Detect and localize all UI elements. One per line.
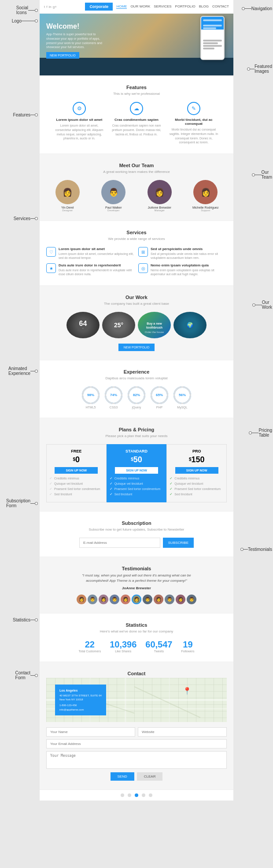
nav-link-portfolio[interactable]: PORTFOLIO — [175, 4, 196, 9]
contact-website-input[interactable] — [138, 727, 227, 737]
subscription-email-input[interactable] — [79, 538, 160, 548]
team-grid: 👩 Yin Derel Designer 👨 Paul Walker Devel… — [46, 180, 227, 212]
service-text-4: Nemo enim ipsam voluptatem quia voluptas… — [151, 268, 227, 276]
navbar: t f in g+ Corporate HOME OUR WORK SERVIC… — [40, 0, 233, 14]
exp-ring-4: 65% — [151, 386, 168, 404]
social-icon-twitter[interactable]: t — [44, 5, 45, 9]
pricing-plan-name-pro: PRO — [170, 449, 224, 453]
nav-link-blog[interactable]: BLOG — [199, 4, 209, 9]
pricing-col-standard: STANDARD $50 SIGN UP NOW ✓ Credibilis mi… — [107, 444, 167, 502]
team-member-3: 👩 JoAnne Brewster Manager — [138, 180, 181, 212]
exp-label-2: CSS3 — [105, 406, 122, 409]
subscription-submit-button[interactable]: SUBSCRIBE — [163, 538, 194, 548]
exp-label-1: HTML5 — [82, 406, 100, 409]
stat-label-1: Total Customers — [79, 650, 101, 653]
annotation-our-work: OurWork — [235, 300, 272, 310]
team-title: Meet Our Team — [46, 163, 227, 168]
t-av-9[interactable]: 👨 — [165, 595, 174, 604]
pricing-plan-name-free: FREE — [49, 449, 103, 453]
pricing-price-standard: $50 — [110, 455, 164, 464]
team-avatar-2: 👨 — [101, 180, 125, 204]
service-item-1: ♡ Lorem ipsum dolor sit amet Lorem ipsum… — [46, 247, 135, 260]
contact-message-input[interactable] — [46, 751, 227, 769]
feature-text-2: Cras condimentum sapien non nam pretium … — [110, 123, 163, 136]
stat-item-1: 22 Total Customers — [79, 640, 101, 653]
nav-link-home[interactable]: HOME — [116, 4, 127, 9]
pricing-feature-pro-4: ✓ Sed tincidunt — [170, 492, 224, 496]
t-av-10[interactable]: 👩 — [176, 595, 185, 604]
contact-name-input[interactable] — [46, 727, 135, 737]
service-icon-1: ♡ — [46, 247, 56, 257]
service-content-1: Lorem ipsum dolor sit amet Lorem ipsum d… — [59, 247, 135, 260]
portfolio-item-1[interactable]: 64 ° — [66, 312, 100, 338]
pricing-btn-free[interactable]: SIGN UP NOW — [55, 467, 98, 474]
service-icon-2: ⊞ — [138, 247, 148, 257]
exp-label-3: jQuery — [128, 406, 145, 409]
stat-label-2: Like Shares — [110, 650, 136, 653]
pricing-plan-name-standard: STANDARD — [110, 449, 164, 453]
portfolio-section: Our Work The company has built a great c… — [40, 285, 233, 360]
contact-title: Contact — [46, 671, 227, 676]
nav-link-ourwork[interactable]: OUR WORK — [130, 4, 150, 9]
nav-logo[interactable]: Corporate — [85, 3, 113, 11]
pricing-btn-pro[interactable]: SIGN UP NOW — [175, 467, 218, 474]
contact-clear-button[interactable]: CLEAR — [137, 772, 163, 781]
feature-text-3: Morbi tincidunt dui ac consequat sagitti… — [167, 127, 220, 145]
footer-dot-2[interactable] — [128, 793, 131, 797]
footer-dot-5[interactable] — [149, 793, 152, 797]
nav-link-contact[interactable]: CONTACT — [212, 4, 229, 9]
portfolio-item-3[interactable]: Buy a newtoothbrush Order the house — [138, 312, 171, 338]
footer-dot-3-active[interactable] — [135, 793, 138, 797]
stat-number-4: 19 — [181, 640, 194, 650]
subscription-subtitle: Subscribe now to get future updates, Sub… — [46, 528, 227, 531]
annotation-pricing-table: PricingTable — [235, 428, 272, 438]
social-icon-facebook[interactable]: f — [46, 5, 47, 9]
portfolio-grid: 64 ° 25° Buy a newtoothbrush Order the h… — [46, 312, 227, 338]
exp-ring-5: 56% — [173, 386, 191, 404]
t-av-8[interactable]: 👩 — [154, 595, 163, 604]
features-grid: ⚙ Lorem ipsum dolor sit amet Lorem ipsum… — [46, 102, 227, 145]
stat-number-3: 60,547 — [145, 640, 172, 650]
nav-link-services[interactable]: SERVICES — [154, 4, 171, 9]
exp-label-5: MySQL — [173, 406, 191, 409]
testimonials-title: Testimonials — [46, 566, 227, 571]
annotation-animated-experience: AnimatedExperience — [8, 366, 38, 376]
pricing-feature-std-1: ✓ Credibilis minimus — [110, 476, 164, 480]
pricing-price-free: $0 — [49, 455, 103, 464]
hero-subtitle: App-Theme is super powerful tool to show… — [46, 32, 108, 49]
pricing-feature-pro-2: ✓ Quisque vel tincidunt — [170, 482, 224, 486]
team-role-3: Manager — [138, 209, 181, 212]
feature-icon-3: ✎ — [187, 102, 200, 115]
t-av-11[interactable]: 👨 — [187, 595, 196, 604]
pricing-btn-standard[interactable]: SIGN UP NOW — [115, 467, 158, 474]
statistics-subtitle: Here's what we've done so far for our co… — [46, 629, 227, 633]
team-name-1: Yin Derel — [46, 206, 89, 209]
service-icon-3: ★ — [46, 263, 56, 273]
t-av-2[interactable]: 👨 — [88, 595, 97, 604]
t-av-6-active[interactable]: 👩 — [132, 595, 141, 604]
t-av-7[interactable]: 👨 — [143, 595, 152, 604]
team-name-4: Michelle Rodriguez — [184, 206, 227, 209]
hero-cta-button[interactable]: NEW PORTFOLIO — [46, 52, 79, 59]
services-subtitle: We provide a wide range of services — [46, 237, 227, 241]
testimonials-section: Testimonials "I must say, when you put g… — [40, 557, 233, 613]
t-av-4[interactable]: 👨 — [110, 595, 119, 604]
social-icon-google[interactable]: g+ — [53, 5, 57, 9]
t-av-1[interactable]: 👩 — [77, 595, 86, 604]
t-av-3[interactable]: 👩 — [99, 595, 108, 604]
stat-label-4: Followers — [181, 650, 194, 653]
pricing-feature-std-2: ✓ Quisque vel tincidunt — [110, 482, 164, 486]
footer-dot-4[interactable] — [142, 793, 145, 797]
footer-dot-1[interactable] — [121, 793, 124, 797]
portfolio-item-4[interactable]: 🌍 — [173, 312, 207, 338]
portfolio-item-2[interactable]: 25° — [102, 312, 135, 338]
annotation-navigation: Navigation — [235, 6, 272, 11]
features-subtitle: This is why we're professional — [46, 92, 227, 96]
t-av-5[interactable]: 👩 — [121, 595, 130, 604]
feature-icon-1: ⚙ — [73, 102, 86, 115]
contact-send-button[interactable]: SEND — [111, 772, 134, 781]
feature-title-3: Morbi tincidunt, dui ac consequat — [167, 118, 220, 126]
portfolio-cta-button[interactable]: NEW PORTFOLIO — [118, 344, 155, 351]
contact-email-input[interactable] — [46, 739, 227, 748]
social-icon-linkedin[interactable]: in — [48, 5, 51, 9]
